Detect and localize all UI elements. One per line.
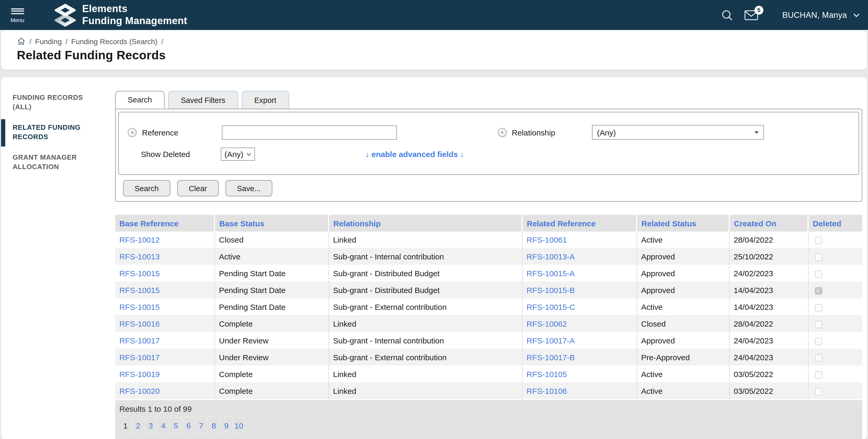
search-button[interactable]: Search bbox=[123, 180, 170, 196]
home-icon[interactable] bbox=[17, 37, 26, 46]
deleted-checkbox-checked bbox=[815, 287, 822, 295]
column-header-related-status[interactable]: Related Status bbox=[637, 215, 729, 232]
select-chevron-icon bbox=[247, 153, 251, 156]
plus-circle-icon[interactable]: + bbox=[498, 128, 506, 137]
pagination-page-8[interactable]: 8 bbox=[207, 417, 220, 434]
pagination-page-10[interactable]: 10 bbox=[232, 417, 246, 434]
pagination-page-2[interactable]: 2 bbox=[131, 417, 145, 434]
column-header-base-reference[interactable]: Base Reference bbox=[115, 215, 215, 232]
base-reference-cell: RFS-10015 bbox=[115, 282, 215, 299]
reference-input[interactable] bbox=[222, 125, 397, 139]
search-buttons-row: Search Clear Save... bbox=[118, 175, 859, 201]
base-reference-link[interactable]: RFS-10017 bbox=[119, 353, 160, 362]
tab-bar: Search Saved Filters Export bbox=[115, 91, 862, 109]
content-column: Search Saved Filters Export + Reference … bbox=[115, 85, 862, 439]
base-reference-cell: RFS-10012 bbox=[115, 232, 215, 248]
sidebar-item-related-funding-records[interactable]: RELATED FUNDING RECORDS bbox=[12, 123, 101, 141]
related-reference-link[interactable]: RFS-10013-A bbox=[527, 252, 575, 261]
pagination: 12345678910 bbox=[119, 417, 862, 434]
related-reference-link[interactable]: RFS-10015-A bbox=[527, 269, 575, 278]
breadcrumb-item-funding[interactable]: Funding bbox=[35, 37, 62, 45]
related-reference-link[interactable]: RFS-10015-B bbox=[527, 286, 575, 295]
plus-circle-icon[interactable]: + bbox=[128, 128, 137, 137]
breadcrumb-separator: / bbox=[29, 37, 32, 45]
tab-search[interactable]: Search bbox=[115, 91, 164, 109]
related-reference-cell: RFS-10062 bbox=[522, 315, 637, 332]
column-header-related-reference[interactable]: Related Reference bbox=[522, 215, 637, 232]
column-header-relationship[interactable]: Relationship bbox=[329, 215, 522, 232]
related-reference-link[interactable]: RFS-10017-B bbox=[527, 353, 575, 362]
deleted-checkbox bbox=[815, 354, 822, 362]
base-reference-link[interactable]: RFS-10015 bbox=[119, 286, 160, 295]
related-reference-link[interactable]: RFS-10017-A bbox=[527, 336, 575, 345]
brand-line2: Funding Management bbox=[82, 15, 187, 27]
table-row: RFS-10012ClosedLinkedRFS-10061Active28/0… bbox=[115, 232, 862, 248]
base-reference-link[interactable]: RFS-10020 bbox=[119, 386, 160, 396]
relationship-cell: Linked bbox=[329, 232, 522, 248]
tab-saved-filters[interactable]: Saved Filters bbox=[168, 91, 238, 109]
table-row: RFS-10015Pending Start DateSub-grant - D… bbox=[115, 265, 862, 282]
created-on-cell: 24/02/2023 bbox=[729, 265, 808, 282]
base-reference-link[interactable]: RFS-10012 bbox=[119, 235, 160, 244]
base-reference-link[interactable]: RFS-10016 bbox=[119, 319, 160, 328]
related-reference-link[interactable]: RFS-10062 bbox=[527, 319, 567, 328]
pagination-page-3[interactable]: 3 bbox=[144, 417, 157, 434]
messages-button[interactable]: 5 bbox=[744, 10, 758, 20]
pagination-page-9[interactable]: 9 bbox=[220, 417, 233, 434]
enable-advanced-fields-link[interactable]: ↓ enable advanced fields ↓ bbox=[365, 150, 464, 159]
sidebar: FUNDING RECORDS (ALL) RELATED FUNDING RE… bbox=[1, 85, 115, 439]
chevron-down-icon bbox=[853, 13, 860, 17]
brand-title[interactable]: Elements Funding Management bbox=[82, 3, 187, 27]
base-reference-cell: RFS-10015 bbox=[115, 299, 215, 315]
show-deleted-select[interactable]: (Any) bbox=[221, 147, 255, 161]
column-header-deleted[interactable]: Deleted bbox=[808, 215, 862, 232]
reference-field-group: + Reference bbox=[119, 125, 489, 139]
related-status-cell: Pre-Approved bbox=[637, 349, 729, 366]
related-reference-link[interactable]: RFS-10015-C bbox=[527, 302, 575, 311]
search-icon[interactable] bbox=[721, 9, 733, 21]
results-table: Base Reference Base Status Relationship … bbox=[115, 215, 862, 400]
base-reference-link[interactable]: RFS-10017 bbox=[119, 336, 160, 345]
advanced-fields-group: ↓ enable advanced fields ↓ bbox=[365, 150, 859, 159]
related-reference-link[interactable]: RFS-10105 bbox=[527, 370, 567, 379]
menu-button[interactable]: Menu bbox=[10, 7, 25, 23]
table-row: RFS-10019CompleteLinkedRFS-10105Active03… bbox=[115, 366, 862, 382]
user-menu[interactable]: BUCHAN, Manya bbox=[782, 10, 860, 20]
pagination-page-7[interactable]: 7 bbox=[194, 417, 208, 434]
related-reference-cell: RFS-10015-A bbox=[522, 265, 637, 282]
pagination-page-4[interactable]: 4 bbox=[157, 417, 170, 434]
pagination-page-6[interactable]: 6 bbox=[182, 417, 195, 434]
base-reference-link[interactable]: RFS-10015 bbox=[119, 302, 160, 311]
relationship-select-value: (Any) bbox=[597, 128, 616, 137]
clear-button[interactable]: Clear bbox=[177, 180, 218, 196]
deleted-cell bbox=[808, 248, 862, 265]
tab-export[interactable]: Export bbox=[242, 91, 289, 109]
base-status-cell: Active bbox=[215, 248, 329, 265]
column-header-base-status[interactable]: Base Status bbox=[215, 215, 329, 232]
base-reference-cell: RFS-10019 bbox=[115, 366, 215, 382]
related-reference-link[interactable]: RFS-10061 bbox=[527, 235, 567, 244]
breadcrumb-item-funding-records-search[interactable]: Funding Records (Search) bbox=[71, 37, 157, 45]
column-header-created-on[interactable]: Created On bbox=[729, 215, 808, 232]
related-status-cell: Approved bbox=[637, 248, 729, 265]
deleted-cell bbox=[808, 349, 862, 366]
relationship-select[interactable]: (Any) bbox=[592, 125, 764, 140]
breadcrumb: / Funding / Funding Records (Search) / bbox=[17, 37, 867, 46]
deleted-checkbox bbox=[815, 388, 822, 396]
deleted-checkbox bbox=[815, 237, 822, 244]
breadcrumb-card: / Funding / Funding Records (Search) / R… bbox=[1, 30, 867, 70]
save-button[interactable]: Save... bbox=[225, 180, 272, 196]
related-reference-cell: RFS-10015-B bbox=[522, 282, 637, 299]
sidebar-item-grant-manager-allocation[interactable]: GRANT MANAGER ALLOCATION bbox=[12, 153, 101, 171]
base-reference-link[interactable]: RFS-10013 bbox=[119, 252, 160, 261]
created-on-cell: 14/04/2023 bbox=[729, 299, 808, 315]
base-reference-link[interactable]: RFS-10019 bbox=[119, 370, 160, 379]
sidebar-item-funding-records-all[interactable]: FUNDING RECORDS (ALL) bbox=[12, 93, 101, 111]
pagination-page-5[interactable]: 5 bbox=[169, 417, 182, 434]
created-on-cell: 28/04/2022 bbox=[729, 232, 808, 248]
deleted-checkbox bbox=[815, 338, 822, 345]
related-reference-link[interactable]: RFS-10106 bbox=[527, 386, 567, 396]
base-reference-link[interactable]: RFS-10015 bbox=[119, 269, 160, 278]
table-row: RFS-10017Under ReviewSub-grant - Externa… bbox=[115, 349, 862, 366]
deleted-checkbox bbox=[815, 304, 822, 311]
